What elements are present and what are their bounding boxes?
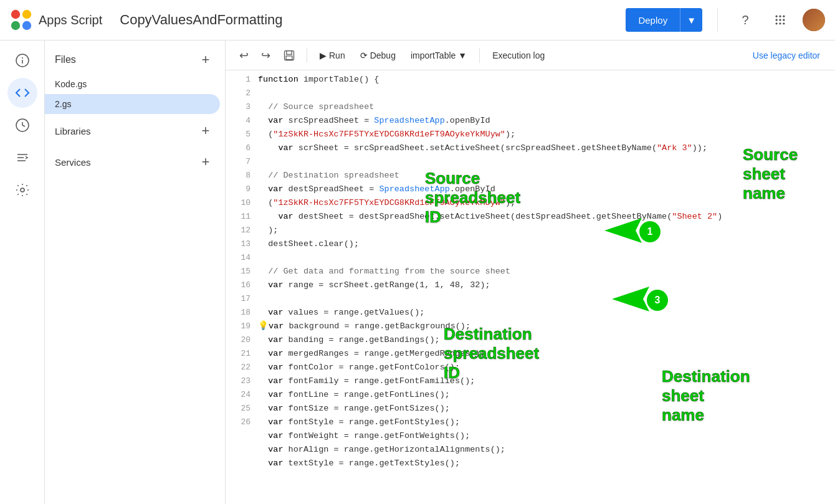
line-num-22: 22	[231, 361, 250, 374]
code-icon-btn[interactable]	[7, 78, 37, 108]
deploy-arrow-icon[interactable]: ▼	[680, 8, 702, 32]
project-name: CopyValuesAndFormatting	[120, 12, 282, 28]
line-num-18: 18	[231, 306, 250, 320]
run-button[interactable]: ▶ Run	[315, 48, 350, 63]
line-num-11: 11	[231, 210, 250, 224]
help-button[interactable]: ?	[733, 7, 758, 32]
libraries-label: Libraries	[55, 126, 91, 136]
code-line-9: var destSpreadSheet = SpreadsheetApp.ope…	[255, 183, 835, 196]
svg-rect-23	[286, 55, 292, 59]
svg-point-0	[11, 10, 20, 19]
code-line-28: var horAlign = range.getHorizontalAlignm…	[255, 443, 835, 457]
sidebar-icons	[0, 40, 45, 504]
legacy-editor-button[interactable]: Use legacy editor	[748, 48, 825, 63]
code-line-29: var textStyle = range.getTextStyles();	[255, 457, 835, 470]
deploy-button[interactable]: Deploy ▼	[626, 8, 702, 32]
line-num-4: 4	[231, 114, 250, 128]
svg-point-7	[776, 19, 778, 21]
add-file-button[interactable]: +	[196, 50, 215, 69]
debug-label: Debug	[370, 50, 396, 60]
editor-area: ↩ ↪ ▶ Run ⟳ Debug importTable ▼	[226, 40, 835, 504]
redo-button[interactable]: ↪	[257, 46, 274, 65]
code-line-5: ("1zSkKR-HcsXc7FF5TYxEYDCG8KRd1eFT9AOyke…	[255, 128, 835, 141]
code-line-18: var values = range.getValues();	[255, 306, 835, 320]
line-num-13: 13	[231, 237, 250, 251]
code-line-15: // Get data and formatting from the sour…	[255, 265, 835, 278]
code-line-21: var mergedRanges = range.getMergedRanges…	[255, 347, 835, 361]
svg-point-6	[783, 16, 785, 17]
info-icon-btn[interactable]	[7, 45, 37, 75]
line-num-1: 1	[231, 73, 250, 87]
settings-icon-btn[interactable]	[7, 175, 37, 205]
add-library-button[interactable]: +	[196, 121, 215, 140]
gear-icon	[15, 183, 30, 197]
svg-point-1	[22, 10, 31, 19]
line-num-19: 19	[231, 320, 250, 333]
debug-button[interactable]: ⟳ Debug	[355, 48, 401, 63]
code-line-7	[255, 155, 835, 169]
save-button[interactable]	[279, 47, 299, 64]
libraries-section: Libraries +	[45, 114, 225, 145]
file-name-kode: Kode.gs	[55, 79, 87, 89]
svg-point-20	[21, 188, 24, 192]
add-service-button[interactable]: +	[196, 153, 215, 171]
code-editor-wrapper: 1 2 3 4 5 6 7 8 9 10 11 12 13	[226, 70, 835, 504]
line-num-26: 26	[231, 416, 250, 429]
toolbar-divider-2	[479, 48, 480, 63]
code-line-22: var fontColor = range.getFontColors();	[255, 361, 835, 374]
function-select[interactable]: importTable ▼	[406, 48, 472, 63]
code-line-26: var fontStyle = range.getFontStyles();	[255, 416, 835, 429]
line-num-10: 10	[231, 196, 250, 210]
logo: Apps Script	[10, 9, 102, 31]
code-line-16: var range = scrSheet.getRange(1, 1, 48, …	[255, 278, 835, 292]
file-item-kode[interactable]: Kode.gs	[45, 74, 220, 94]
line-num-17: 17	[231, 292, 250, 306]
line-num-20: 20	[231, 333, 250, 347]
clock-icon-btn[interactable]	[7, 110, 37, 140]
svg-point-3	[22, 21, 31, 30]
line-num-14: 14	[231, 251, 250, 265]
function-dropdown-icon: ▼	[458, 50, 467, 60]
services-label: Services	[55, 157, 91, 168]
deploy-label[interactable]: Deploy	[626, 8, 680, 32]
code-line-25: var fontSize = range.getFontSizes();	[255, 402, 835, 416]
line-numbers: 1 2 3 4 5 6 7 8 9 10 11 12 13	[226, 70, 255, 470]
app-header: Apps Script CopyValuesAndFormatting Depl…	[0, 0, 835, 40]
code-line-27: var fontWeight = range.getFontWeights();	[255, 429, 835, 443]
files-toolbar: Files +	[45, 40, 225, 74]
apps-grid-button[interactable]	[768, 7, 793, 32]
clock-icon	[15, 118, 30, 133]
code-line-11: var destSheet = destSpreadSheet.setActiv…	[255, 210, 835, 224]
user-avatar[interactable]	[803, 9, 825, 31]
code-line-12: );	[255, 224, 835, 237]
code-line-24: var fontLine = range.getFontLines();	[255, 388, 835, 402]
services-section: Services +	[45, 145, 225, 176]
code-line-1: function importTable() {	[255, 73, 835, 87]
file-item-2gs[interactable]: 2.gs	[45, 94, 220, 114]
line-num-8: 8	[231, 169, 250, 183]
apps-grid-icon	[774, 14, 786, 26]
code-line-20: var banding = range.getBandings();	[255, 333, 835, 347]
execution-log-label: Execution log	[492, 50, 545, 60]
info-icon	[15, 53, 30, 68]
line-num-15: 15	[231, 265, 250, 278]
execution-log-button[interactable]: Execution log	[487, 48, 550, 63]
undo-button[interactable]: ↩	[236, 46, 252, 65]
apps-script-logo	[10, 9, 32, 31]
code-icon	[15, 85, 30, 100]
legacy-editor-label: Use legacy editor	[753, 50, 820, 60]
svg-rect-22	[287, 50, 292, 54]
svg-point-9	[783, 19, 785, 21]
line-num-6: 6	[231, 141, 250, 155]
lines-icon-btn[interactable]	[7, 143, 37, 173]
code-line-8: // Destination spreadsheet	[255, 169, 835, 183]
line-num-24: 24	[231, 388, 250, 402]
code-line-13: destSheet.clear();	[255, 237, 835, 251]
svg-point-4	[776, 16, 778, 17]
line-num-23: 23	[231, 374, 250, 388]
code-scroll[interactable]: 1 2 3 4 5 6 7 8 9 10 11 12 13	[226, 70, 835, 504]
main-layout: Files + Kode.gs 2.gs Libraries + Service…	[0, 40, 835, 504]
files-title: Files	[55, 54, 76, 65]
code-line-14	[255, 251, 835, 265]
save-icon	[283, 49, 295, 62]
